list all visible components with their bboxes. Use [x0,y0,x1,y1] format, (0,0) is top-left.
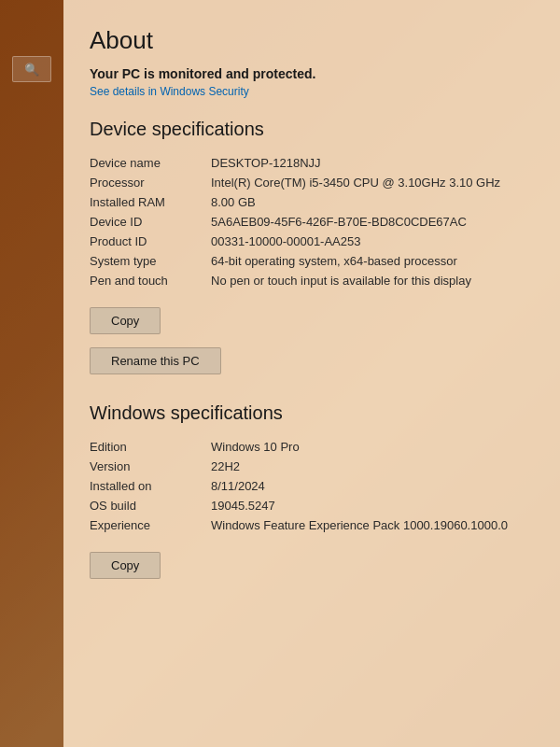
device-spec-row: Installed RAM8.00 GB [90,192,534,212]
spec-label: Device ID [90,215,211,229]
device-spec-row: ProcessorIntel(R) Core(TM) i5-3450 CPU @… [90,173,534,192]
spec-value: 8/11/2024 [211,479,534,493]
spec-label: Edition [90,440,211,454]
copy-windows-specs-button[interactable]: Copy [90,552,161,579]
spec-value: 22H2 [211,459,534,473]
windows-specs-section: Windows specifications EditionWindows 10… [90,402,534,592]
spec-label: System type [90,254,211,268]
spec-value: 64-bit operating system, x64-based proce… [211,254,534,268]
spec-label: Experience [90,518,211,532]
spec-value: 00331-10000-00001-AA253 [211,234,534,248]
windows-spec-row: EditionWindows 10 Pro [90,437,534,457]
spec-label: Installed RAM [90,195,211,209]
device-spec-row: System type64-bit operating system, x64-… [90,251,534,271]
spec-value: No pen or touch input is available for t… [211,274,534,288]
spec-value: Intel(R) Core(TM) i5-3450 CPU @ 3.10GHz … [211,176,534,190]
windows-spec-table: EditionWindows 10 ProVersion22H2Installe… [90,437,534,535]
spec-label: Version [90,459,211,473]
security-status: Your PC is monitored and protected. [90,66,534,81]
spec-label: Product ID [90,234,211,248]
device-spec-row: Product ID00331-10000-00001-AA253 [90,232,534,251]
device-spec-row: Device ID5A6AEB09-45F6-426F-B70E-BD8C0CD… [90,212,534,232]
spec-value: Windows Feature Experience Pack 1000.190… [211,518,534,532]
rename-pc-button[interactable]: Rename this PC [90,347,221,374]
sidebar: 🔍 [0,0,63,747]
spec-label: Device name [90,156,211,170]
device-spec-row: Device nameDESKTOP-1218NJJ [90,153,534,173]
spec-value: Windows 10 Pro [211,440,534,454]
windows-spec-row: OS build19045.5247 [90,496,534,515]
page-title: About [90,26,534,55]
windows-spec-row: Version22H2 [90,457,534,476]
main-content: About Your PC is monitored and protected… [63,0,560,747]
windows-spec-row: Installed on8/11/2024 [90,476,534,496]
search-icon: 🔍 [24,63,39,77]
spec-label: Pen and touch [90,274,211,288]
copy-device-specs-button[interactable]: Copy [90,307,161,334]
spec-value: 8.00 GB [211,195,534,209]
spec-label: OS build [90,499,211,513]
spec-value: 5A6AEB09-45F6-426F-B70E-BD8C0CDE67AC [211,215,534,229]
device-spec-row: Pen and touchNo pen or touch input is av… [90,271,534,290]
spec-label: Processor [90,176,211,190]
windows-specs-title: Windows specifications [90,402,534,424]
spec-value: 19045.5247 [211,499,534,513]
search-box[interactable]: 🔍 [12,56,51,82]
device-spec-table: Device nameDESKTOP-1218NJJProcessorIntel… [90,153,534,290]
security-link[interactable]: See details in Windows Security [90,85,534,98]
windows-spec-row: ExperienceWindows Feature Experience Pac… [90,515,534,535]
spec-value: DESKTOP-1218NJJ [211,156,534,170]
device-specs-title: Device specifications [90,119,534,140]
spec-label: Installed on [90,479,211,493]
